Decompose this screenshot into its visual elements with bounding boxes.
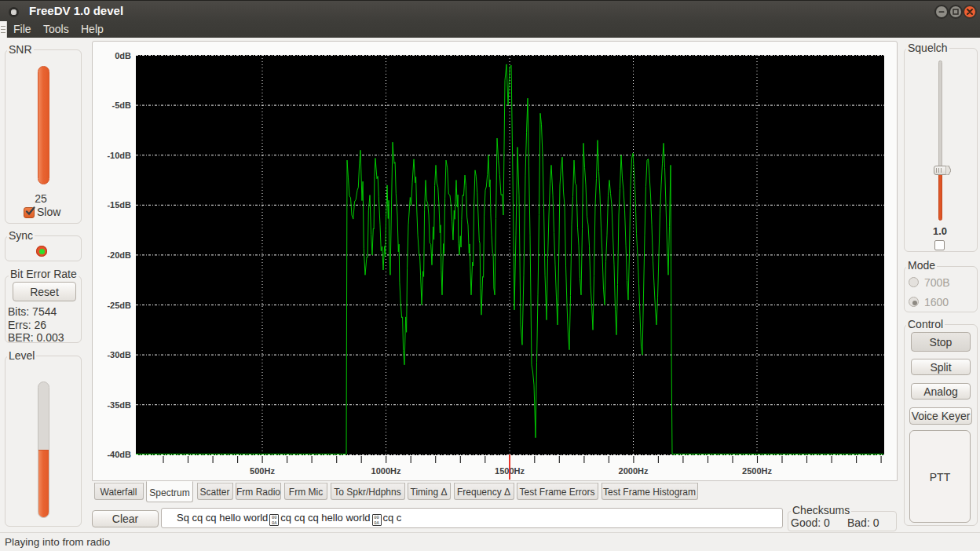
svg-text:-15dB: -15dB: [107, 200, 131, 210]
svg-text:2000Hz: 2000Hz: [619, 466, 649, 476]
svg-text:-10dB: -10dB: [107, 151, 131, 160]
svg-text:-5dB: -5dB: [112, 100, 132, 110]
svg-text:-35dB: -35dB: [107, 400, 131, 410]
svg-text:1000Hz: 1000Hz: [371, 466, 401, 476]
svg-text:-30dB: -30dB: [107, 350, 131, 359]
svg-text:2500Hz: 2500Hz: [742, 466, 772, 476]
svg-text:0dB: 0dB: [115, 51, 131, 60]
svg-text:-25dB: -25dB: [107, 301, 131, 310]
svg-text:500Hz: 500Hz: [250, 466, 275, 476]
svg-text:-20dB: -20dB: [107, 250, 131, 260]
svg-text:-40dB: -40dB: [107, 450, 131, 459]
